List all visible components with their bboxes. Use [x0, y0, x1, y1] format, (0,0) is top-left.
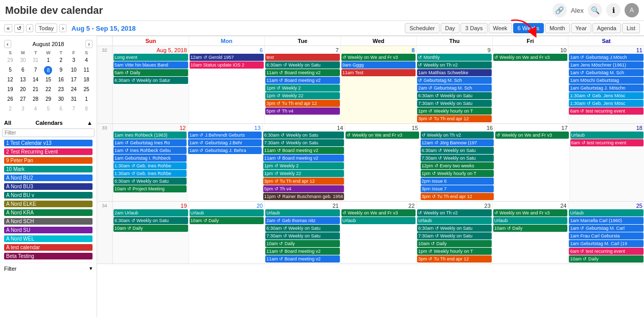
- event[interactable]: Urlaub: [265, 209, 340, 216]
- mini-day[interactable]: 7: [67, 104, 80, 114]
- event[interactable]: 1am ↺ J.Behrendt Geburts: [188, 132, 261, 139]
- event[interactable]: 1am ↺ Geburtstag J.Mösch: [569, 54, 643, 61]
- event[interactable]: 6:30am ↺ Weekly on Satu: [113, 217, 188, 224]
- event[interactable]: 12pm ↺ Every two weeks: [421, 162, 494, 169]
- cal-item[interactable]: A Nord KRA: [2, 208, 95, 217]
- day-num[interactable]: 16: [421, 124, 494, 132]
- event[interactable]: test: [265, 54, 340, 61]
- mini-day[interactable]: 28: [30, 95, 42, 104]
- day-num[interactable]: 17: [495, 124, 568, 132]
- view-btn-year[interactable]: Year: [571, 23, 591, 33]
- mini-day[interactable]: 3: [17, 104, 29, 114]
- mini-day[interactable]: 7: [30, 66, 42, 75]
- mini-day[interactable]: 29: [4, 56, 16, 65]
- event[interactable]: 7:30am ↺ Weekly on Satu: [265, 232, 340, 239]
- event[interactable]: ↺ Weekly on We and Fr v3: [495, 132, 568, 139]
- event[interactable]: 6:30am ↺ Weekly on Satu: [417, 92, 492, 99]
- event[interactable]: 11am ↺ Board meeting v2: [263, 155, 344, 162]
- info-icon[interactable]: ℹ: [606, 3, 620, 17]
- event[interactable]: ↺ Weekly on We and Fr v3: [341, 209, 416, 216]
- cal-item[interactable]: A test calendar: [2, 243, 95, 252]
- mini-day[interactable]: 16: [55, 75, 67, 84]
- cal-item[interactable]: A Nord WEL: [2, 234, 95, 243]
- mini-day[interactable]: 31: [30, 56, 42, 65]
- day-num[interactable]: 11: [569, 47, 643, 54]
- mini-day[interactable]: 24: [67, 85, 80, 94]
- event[interactable]: 7:30am ↺ Weekly on Satu: [421, 155, 494, 162]
- day-num[interactable]: 24: [493, 202, 568, 209]
- cal-item[interactable]: 10 Mark: [2, 165, 95, 173]
- mini-day[interactable]: 8: [44, 66, 52, 74]
- event[interactable]: 1pm ↺ Weekly 22: [265, 92, 340, 99]
- event[interactable]: 3pm ↺ Tu Th end apr 12: [421, 193, 494, 200]
- event[interactable]: 1:30am ↺ Geb. Ines Rohbe: [113, 170, 187, 177]
- event[interactable]: 1pm ↺ Weekly 2: [263, 162, 344, 169]
- event[interactable]: 1am ↺ Geburtstag M. Carl: [569, 225, 643, 232]
- event[interactable]: ↺ Weekly on Th v2: [417, 209, 492, 216]
- mini-day[interactable]: 10: [67, 66, 80, 75]
- cal-item[interactable]: A Nord BU2: [2, 173, 95, 182]
- day-num[interactable]: 13: [188, 124, 261, 132]
- mini-day[interactable]: 12: [4, 75, 16, 84]
- day-num[interactable]: 12: [113, 124, 187, 132]
- event[interactable]: 10am Status update iOS 2: [190, 61, 264, 69]
- event[interactable]: 12am ↺ Jörg Bannow (197: [421, 139, 494, 146]
- cal-item[interactable]: 9 Peter Pan: [2, 156, 95, 165]
- mini-day[interactable]: 31: [67, 95, 80, 104]
- today-btn[interactable]: Today: [35, 24, 57, 33]
- day-num[interactable]: 19: [113, 202, 188, 209]
- refresh-btn[interactable]: ↺: [14, 24, 24, 33]
- view-btn-scheduler[interactable]: Scheduler: [405, 23, 440, 33]
- mini-day[interactable]: 25: [80, 85, 93, 94]
- day-num[interactable]: 25: [569, 202, 643, 209]
- cal-item[interactable]: A Nord SCH: [2, 217, 95, 226]
- avatar[interactable]: A: [625, 3, 639, 17]
- mini-prev[interactable]: ‹: [4, 40, 11, 48]
- event[interactable]: 1am ↺ Geburtstag Ines Ro: [113, 139, 187, 146]
- event[interactable]: 1pm ↺ Weekly hourly on T: [417, 107, 492, 115]
- cal-item[interactable]: 1 Test Calendar v13: [2, 139, 95, 147]
- event[interactable]: 1pm ↺ Weekly 2: [265, 84, 340, 92]
- event[interactable]: 10am ↺ Daily: [190, 217, 264, 224]
- mini-day[interactable]: 18: [80, 75, 93, 84]
- event[interactable]: 3pm Issue 7: [421, 185, 494, 192]
- event[interactable]: ↺ Monthly: [417, 54, 492, 61]
- day-num[interactable]: 7: [265, 47, 340, 54]
- event[interactable]: 1am Geburtstag M. Carl (19: [569, 240, 643, 247]
- event[interactable]: Urlaub: [341, 217, 416, 224]
- event[interactable]: 6:30am ↺ Weekly on Satu: [265, 61, 340, 69]
- mini-day[interactable]: 11: [80, 66, 93, 75]
- event[interactable]: Urlaub: [190, 209, 264, 216]
- event[interactable]: ↺ Geburtstag M. Sch: [417, 77, 492, 84]
- event[interactable]: 7:30am ↺ Weekly on Satu: [417, 100, 492, 107]
- event[interactable]: 1am Marcella Carl (1960): [569, 217, 643, 224]
- mini-day[interactable]: 1: [42, 56, 55, 65]
- event[interactable]: 1:30am ↺ Geb. Ines Rohbe: [113, 162, 187, 169]
- event[interactable]: Long event: [113, 54, 188, 61]
- nav-prev[interactable]: ‹: [26, 24, 33, 32]
- mini-day[interactable]: 1: [80, 95, 93, 104]
- date-range[interactable]: Aug 5 - Sep 15, 2018: [72, 25, 136, 32]
- event[interactable]: 1am ↺ Ines Rohbeck Gebu: [113, 147, 187, 154]
- mini-day[interactable]: 4: [30, 104, 42, 114]
- event[interactable]: ↺ Weekly on We and Fr v3: [346, 132, 419, 139]
- event[interactable]: 1pm ↺ Weekly hourly on T: [421, 170, 494, 177]
- day-num[interactable]: 9: [417, 47, 492, 54]
- mini-day[interactable]: 6: [17, 66, 29, 75]
- event[interactable]: 10am ↺ Daily: [265, 240, 340, 247]
- cal-item[interactable]: A Nord ELKE: [2, 200, 95, 208]
- event[interactable]: 11am ↺ Board meeting v2: [265, 77, 340, 84]
- search-icon[interactable]: 🔍: [588, 3, 602, 17]
- mini-day[interactable]: 5: [4, 66, 16, 75]
- day-num[interactable]: 6: [190, 47, 264, 54]
- cal-item[interactable]: A Nord BU v: [2, 191, 95, 200]
- day-num[interactable]: 15: [346, 124, 419, 132]
- event[interactable]: 1pm ↺ Weekly hourly on T: [417, 248, 492, 255]
- bottom-filter[interactable]: Filter ▾: [2, 263, 95, 274]
- collapse-icon[interactable]: ▲: [87, 120, 93, 126]
- view-btn-month[interactable]: Month: [545, 23, 570, 33]
- mini-day[interactable]: 30: [17, 56, 29, 65]
- event[interactable]: ↺ Weekly on We and Fr v3: [493, 54, 568, 61]
- mini-day[interactable]: 22: [42, 85, 55, 94]
- event[interactable]: 11pm ↺ Rainer Buschmann geb. 1956: [263, 193, 344, 200]
